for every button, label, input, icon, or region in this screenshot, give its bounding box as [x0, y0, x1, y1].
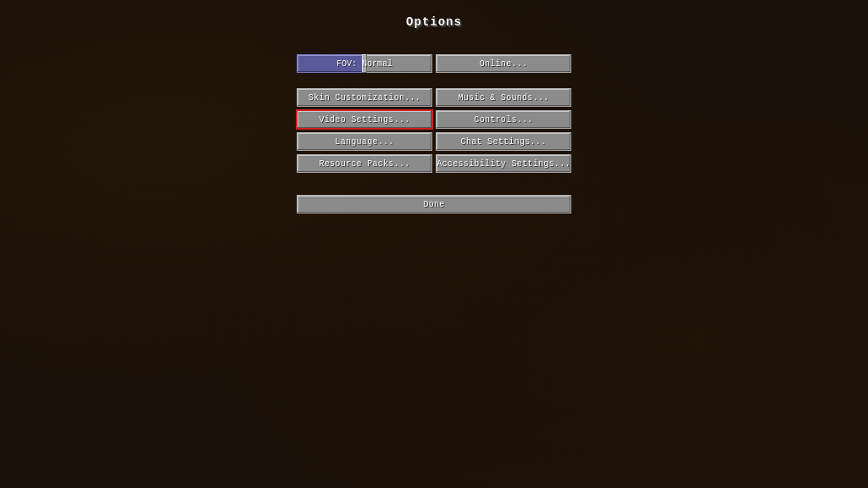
fov-online-row: FOV: Normal Online...	[297, 54, 571, 73]
page-title: Options	[406, 15, 462, 29]
done-button[interactable]: Done	[297, 195, 571, 214]
row-2: Video Settings... Controls...	[297, 110, 571, 129]
skin-customization-button[interactable]: Skin Customization...	[297, 88, 432, 107]
resource-packs-button[interactable]: Resource Packs...	[297, 154, 432, 173]
main-container: Options FOV: Normal Online... Skin Custo…	[0, 0, 868, 488]
row-3: Language... Chat Settings...	[297, 132, 571, 151]
online-button[interactable]: Online...	[436, 54, 571, 73]
controls-button[interactable]: Controls...	[436, 110, 571, 129]
chat-settings-button[interactable]: Chat Settings...	[436, 132, 571, 151]
language-button[interactable]: Language...	[297, 132, 432, 151]
fov-slider[interactable]: FOV: Normal	[297, 54, 432, 73]
fov-label: FOV: Normal	[337, 59, 392, 69]
music-sounds-button[interactable]: Music & Sounds...	[436, 88, 571, 107]
video-settings-button[interactable]: Video Settings...	[297, 110, 432, 129]
accessibility-settings-button[interactable]: Accessibility Settings...	[436, 154, 571, 173]
done-row: Done	[297, 195, 571, 214]
row-4: Resource Packs... Accessibility Settings…	[297, 154, 571, 173]
row-1: Skin Customization... Music & Sounds...	[297, 88, 571, 107]
options-panel: FOV: Normal Online... Skin Customization…	[297, 54, 571, 217]
